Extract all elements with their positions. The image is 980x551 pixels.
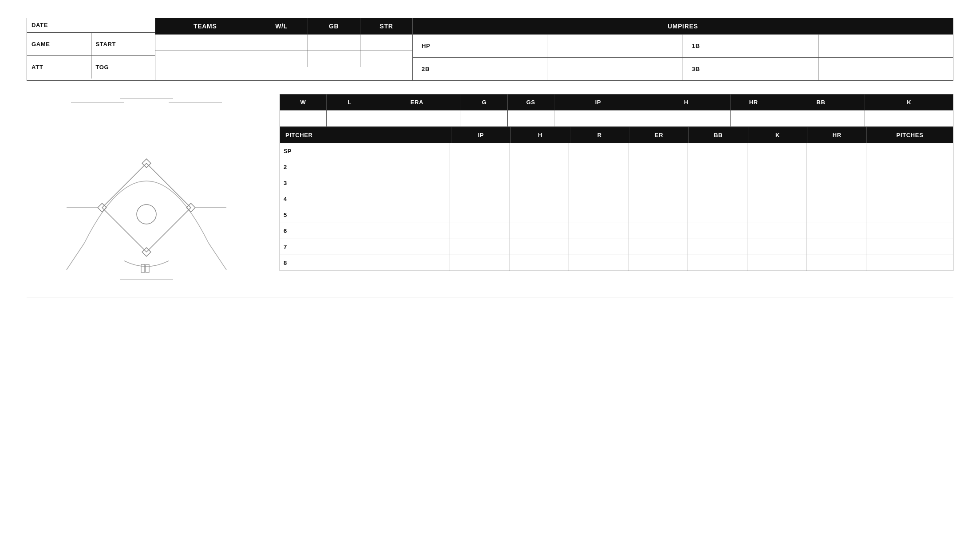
field-line-top [120, 98, 173, 99]
pitcher-row-7-num: 7 [280, 239, 450, 255]
teams-data-row-2 [155, 51, 412, 67]
pitcher-row-sp-h [510, 143, 569, 159]
pitcher-row-2-bb [688, 159, 747, 175]
record-hr-header: HR [731, 94, 777, 110]
att-tog-row: ATT TOG [27, 56, 155, 79]
pitcher-k-header: K [748, 127, 808, 143]
field-line-left-upper [71, 102, 124, 103]
pitcher-row-sp-r [569, 143, 628, 159]
pitcher-row-sp: SP [280, 143, 953, 159]
pitcher-row-2-k [747, 159, 807, 175]
game-start-row: GAME START [27, 33, 155, 56]
pitcher-row-sp-k [747, 143, 807, 159]
record-h-val [642, 110, 731, 126]
record-l-header: L [327, 94, 373, 110]
baseball-field-svg [62, 106, 231, 274]
record-ip-header: IP [554, 94, 643, 110]
team-str-1 [360, 35, 412, 51]
pitcher-row-2-er [628, 159, 688, 175]
pitcher-pitches-header: PITCHES [867, 127, 953, 143]
game-label: GAME [27, 33, 91, 55]
umpires-table: UMPIRES HP 1B 2B 3B [413, 18, 953, 81]
team-name-2 [155, 51, 255, 67]
team-str-2 [360, 51, 412, 67]
pitcher-row-5: 5 [280, 207, 953, 223]
pitcher-row-4: 4 [280, 191, 953, 207]
page: DATE GAME START ATT TOG TEAMS W/L GB STR [0, 0, 980, 316]
pitcher-row-sp-ip [450, 143, 510, 159]
info-table: DATE GAME START ATT TOG [27, 18, 155, 81]
record-bb-header: BB [777, 94, 865, 110]
pitcher-row-3: 3 [280, 175, 953, 191]
record-era-val [373, 110, 462, 126]
pitcher-row-8-num: 8 [280, 255, 450, 271]
pitcher-row-sp-num: SP [280, 143, 450, 159]
teams-data-row-1 [155, 34, 412, 51]
svg-rect-8 [141, 264, 145, 272]
pitcher-row-2-pitches [866, 159, 953, 175]
pitcher-row-2-r [569, 159, 628, 175]
pitcher-table: PITCHER IP H R ER BB K HR PITCHES SP [280, 127, 953, 271]
svg-line-0 [67, 243, 84, 270]
pitcher-er-header: ER [629, 127, 689, 143]
record-g-header: G [461, 94, 508, 110]
record-gs-val [508, 110, 554, 126]
record-w-val [280, 110, 327, 126]
team-wl-2 [255, 51, 308, 67]
top-section: DATE GAME START ATT TOG TEAMS W/L GB STR [27, 18, 953, 81]
pitcher-r-header: R [570, 127, 630, 143]
pitcher-row-sp-er [628, 143, 688, 159]
pitcher-row-2-num: 2 [280, 159, 450, 175]
gb-col-header: GB [308, 18, 360, 34]
ump-hp-label: HP [413, 35, 548, 57]
stats-area: W L ERA G GS IP H HR BB K [280, 94, 953, 280]
pitcher-row-sp-bb [688, 143, 747, 159]
teams-header-row: TEAMS W/L GB STR [155, 18, 412, 34]
ump-1b-name [818, 35, 953, 57]
pitcher-row-8: 8 [280, 255, 953, 271]
pitcher-ip-header: IP [451, 127, 511, 143]
pitcher-row-6-num: 6 [280, 223, 450, 239]
pitcher-header-row: PITCHER IP H R ER BB K HR PITCHES [280, 127, 953, 143]
field-lines-mid-top [71, 102, 222, 103]
ump-2b-label: 2B [413, 58, 548, 80]
record-table: W L ERA G GS IP H HR BB K [280, 94, 953, 127]
team-gb-1 [308, 35, 360, 51]
pitcher-row-2-ip [450, 159, 510, 175]
pitcher-row-sp-pitches [866, 143, 953, 159]
pitcher-row-2-hr [807, 159, 866, 175]
pitcher-bb-header: BB [689, 127, 748, 143]
svg-marker-2 [102, 163, 191, 252]
ump-3b-label: 3B [683, 58, 818, 80]
record-h-header: H [642, 94, 731, 110]
bottom-rule [27, 298, 953, 298]
record-data-row [280, 110, 953, 126]
pitcher-row-sp-hr [807, 143, 866, 159]
pitcher-row-7: 7 [280, 239, 953, 255]
record-header-row: W L ERA G GS IP H HR BB K [280, 94, 953, 110]
record-l-val [327, 110, 373, 126]
record-w-header: W [280, 94, 327, 110]
svg-point-3 [137, 205, 156, 224]
record-bb-val [777, 110, 865, 126]
ump-1b-label: 1B [683, 35, 818, 57]
svg-line-1 [209, 243, 226, 270]
record-ip-val [554, 110, 643, 126]
umpires-body: HP 1B 2B 3B [413, 34, 953, 80]
team-wl-1 [255, 35, 308, 51]
pitcher-row-5-num: 5 [280, 207, 450, 223]
tog-label: TOG [91, 56, 155, 79]
ump-hp-name [548, 35, 684, 57]
pitcher-row-2: 2 [280, 159, 953, 175]
str-col-header: STR [360, 18, 412, 34]
record-hr-val [731, 110, 777, 126]
ump-2b-name [548, 58, 684, 80]
field-line-bottom [120, 279, 173, 280]
record-k-header: K [865, 94, 953, 110]
record-era-header: ERA [373, 94, 462, 110]
date-label: DATE [27, 18, 155, 32]
pitcher-row-2-h [510, 159, 569, 175]
pitcher-row-4-num: 4 [280, 191, 450, 207]
teams-col-header: TEAMS [155, 18, 255, 34]
umpires-header: UMPIRES [413, 18, 953, 34]
